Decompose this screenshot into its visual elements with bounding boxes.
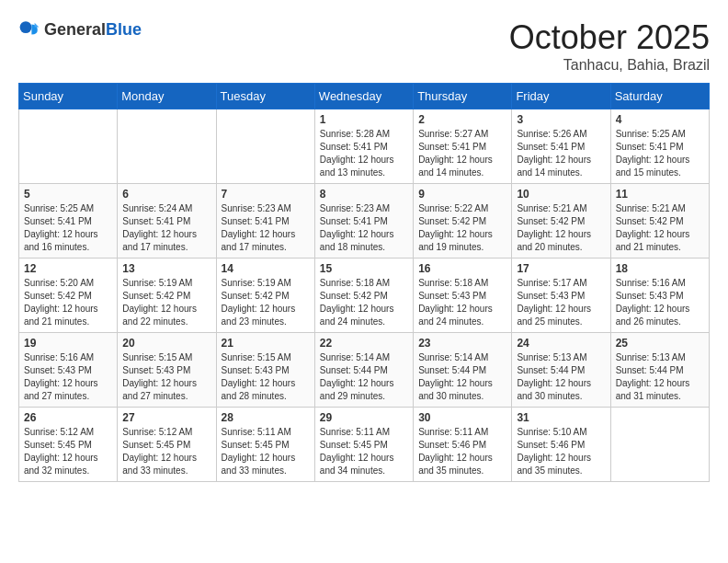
day-number: 22 xyxy=(320,337,408,350)
day-info: Sunrise: 5:18 AM Sunset: 5:43 PM Dayligh… xyxy=(418,277,506,328)
week-row-4: 19Sunrise: 5:16 AM Sunset: 5:43 PM Dayli… xyxy=(19,333,710,408)
day-number: 14 xyxy=(222,262,310,275)
day-info: Sunrise: 5:16 AM Sunset: 5:43 PM Dayligh… xyxy=(24,351,112,403)
day-cell: 12Sunrise: 5:20 AM Sunset: 5:42 PM Dayli… xyxy=(19,259,118,333)
day-cell: 17Sunrise: 5:17 AM Sunset: 5:43 PM Dayli… xyxy=(512,259,610,333)
day-header-thursday: Thursday xyxy=(414,84,512,109)
day-info: Sunrise: 5:11 AM Sunset: 5:45 PM Dayligh… xyxy=(320,426,408,477)
day-number: 28 xyxy=(222,411,310,424)
day-info: Sunrise: 5:25 AM Sunset: 5:41 PM Dayligh… xyxy=(616,128,704,179)
location-title: Tanhacu, Bahia, Brazil xyxy=(509,57,710,74)
svg-point-0 xyxy=(20,21,32,33)
week-row-5: 26Sunrise: 5:12 AM Sunset: 5:45 PM Dayli… xyxy=(19,408,710,482)
day-number: 21 xyxy=(222,337,310,350)
day-info: Sunrise: 5:16 AM Sunset: 5:43 PM Dayligh… xyxy=(616,277,704,328)
day-number: 19 xyxy=(24,337,112,350)
day-cell: 10Sunrise: 5:21 AM Sunset: 5:42 PM Dayli… xyxy=(512,184,610,259)
day-number: 24 xyxy=(517,337,605,350)
day-number: 26 xyxy=(24,411,112,424)
day-header-sunday: Sunday xyxy=(19,84,118,109)
day-info: Sunrise: 5:28 AM Sunset: 5:41 PM Dayligh… xyxy=(320,128,408,179)
day-info: Sunrise: 5:14 AM Sunset: 5:44 PM Dayligh… xyxy=(320,351,408,403)
day-cell: 11Sunrise: 5:21 AM Sunset: 5:42 PM Dayli… xyxy=(610,184,709,259)
day-cell: 2Sunrise: 5:27 AM Sunset: 5:41 PM Daylig… xyxy=(414,109,512,184)
day-number: 25 xyxy=(616,337,704,350)
day-number: 1 xyxy=(320,113,408,126)
day-cell: 5Sunrise: 5:25 AM Sunset: 5:41 PM Daylig… xyxy=(19,184,118,259)
day-number: 5 xyxy=(24,188,112,201)
day-number: 29 xyxy=(320,411,408,424)
day-cell: 16Sunrise: 5:18 AM Sunset: 5:43 PM Dayli… xyxy=(414,259,512,333)
day-header-wednesday: Wednesday xyxy=(314,84,413,109)
day-number: 7 xyxy=(222,188,310,201)
day-number: 16 xyxy=(418,262,506,275)
day-info: Sunrise: 5:27 AM Sunset: 5:41 PM Dayligh… xyxy=(418,128,506,179)
day-info: Sunrise: 5:23 AM Sunset: 5:41 PM Dayligh… xyxy=(320,202,408,254)
day-header-saturday: Saturday xyxy=(610,84,709,109)
day-header-friday: Friday xyxy=(512,84,610,109)
day-info: Sunrise: 5:23 AM Sunset: 5:41 PM Dayligh… xyxy=(222,202,310,254)
day-info: Sunrise: 5:11 AM Sunset: 5:45 PM Dayligh… xyxy=(222,426,310,477)
day-cell: 28Sunrise: 5:11 AM Sunset: 5:45 PM Dayli… xyxy=(216,408,314,482)
day-info: Sunrise: 5:15 AM Sunset: 5:43 PM Dayligh… xyxy=(122,351,210,403)
day-info: Sunrise: 5:25 AM Sunset: 5:41 PM Dayligh… xyxy=(24,202,112,254)
day-number: 15 xyxy=(320,262,408,275)
day-info: Sunrise: 5:15 AM Sunset: 5:43 PM Dayligh… xyxy=(222,351,310,403)
day-info: Sunrise: 5:19 AM Sunset: 5:42 PM Dayligh… xyxy=(122,277,210,328)
logo-text: GeneralBlue xyxy=(44,20,142,40)
logo-general: General xyxy=(44,20,106,39)
day-info: Sunrise: 5:12 AM Sunset: 5:45 PM Dayligh… xyxy=(122,426,210,477)
day-cell: 22Sunrise: 5:14 AM Sunset: 5:44 PM Dayli… xyxy=(314,333,413,408)
day-number: 27 xyxy=(122,411,210,424)
day-cell: 31Sunrise: 5:10 AM Sunset: 5:46 PM Dayli… xyxy=(512,408,610,482)
page-header: GeneralBlue October 2025 Tanhacu, Bahia,… xyxy=(18,18,710,74)
day-cell xyxy=(19,109,118,184)
day-header-tuesday: Tuesday xyxy=(216,84,314,109)
day-number: 18 xyxy=(616,262,704,275)
day-number: 10 xyxy=(517,188,605,201)
day-cell: 24Sunrise: 5:13 AM Sunset: 5:44 PM Dayli… xyxy=(512,333,610,408)
day-number: 6 xyxy=(122,188,210,201)
day-cell: 7Sunrise: 5:23 AM Sunset: 5:41 PM Daylig… xyxy=(216,184,314,259)
day-number: 4 xyxy=(616,113,704,126)
day-info: Sunrise: 5:21 AM Sunset: 5:42 PM Dayligh… xyxy=(616,202,704,254)
day-cell: 26Sunrise: 5:12 AM Sunset: 5:45 PM Dayli… xyxy=(19,408,118,482)
day-cell: 21Sunrise: 5:15 AM Sunset: 5:43 PM Dayli… xyxy=(216,333,314,408)
day-cell: 9Sunrise: 5:22 AM Sunset: 5:42 PM Daylig… xyxy=(414,184,512,259)
logo-icon xyxy=(18,18,40,40)
day-info: Sunrise: 5:10 AM Sunset: 5:46 PM Dayligh… xyxy=(517,426,605,477)
day-number: 9 xyxy=(418,188,506,201)
month-title: October 2025 xyxy=(509,18,710,57)
day-cell: 23Sunrise: 5:14 AM Sunset: 5:44 PM Dayli… xyxy=(414,333,512,408)
week-row-2: 5Sunrise: 5:25 AM Sunset: 5:41 PM Daylig… xyxy=(19,184,710,259)
day-cell: 25Sunrise: 5:13 AM Sunset: 5:44 PM Dayli… xyxy=(610,333,709,408)
day-number: 20 xyxy=(122,337,210,350)
logo-blue: Blue xyxy=(106,20,142,39)
day-cell xyxy=(118,109,216,184)
day-cell: 6Sunrise: 5:24 AM Sunset: 5:41 PM Daylig… xyxy=(118,184,216,259)
day-cell: 14Sunrise: 5:19 AM Sunset: 5:42 PM Dayli… xyxy=(216,259,314,333)
day-info: Sunrise: 5:12 AM Sunset: 5:45 PM Dayligh… xyxy=(24,426,112,477)
day-cell xyxy=(610,408,709,482)
day-info: Sunrise: 5:22 AM Sunset: 5:42 PM Dayligh… xyxy=(418,202,506,254)
day-number: 3 xyxy=(517,113,605,126)
day-cell: 30Sunrise: 5:11 AM Sunset: 5:46 PM Dayli… xyxy=(414,408,512,482)
day-number: 31 xyxy=(517,411,605,424)
day-cell: 20Sunrise: 5:15 AM Sunset: 5:43 PM Dayli… xyxy=(118,333,216,408)
day-number: 13 xyxy=(122,262,210,275)
day-info: Sunrise: 5:19 AM Sunset: 5:42 PM Dayligh… xyxy=(222,277,310,328)
day-cell: 18Sunrise: 5:16 AM Sunset: 5:43 PM Dayli… xyxy=(610,259,709,333)
day-number: 8 xyxy=(320,188,408,201)
day-info: Sunrise: 5:13 AM Sunset: 5:44 PM Dayligh… xyxy=(616,351,704,403)
calendar-table: SundayMondayTuesdayWednesdayThursdayFrid… xyxy=(18,83,710,482)
day-cell: 4Sunrise: 5:25 AM Sunset: 5:41 PM Daylig… xyxy=(610,109,709,184)
day-cell: 3Sunrise: 5:26 AM Sunset: 5:41 PM Daylig… xyxy=(512,109,610,184)
week-row-3: 12Sunrise: 5:20 AM Sunset: 5:42 PM Dayli… xyxy=(19,259,710,333)
week-row-1: 1Sunrise: 5:28 AM Sunset: 5:41 PM Daylig… xyxy=(19,109,710,184)
day-info: Sunrise: 5:17 AM Sunset: 5:43 PM Dayligh… xyxy=(517,277,605,328)
title-area: October 2025 Tanhacu, Bahia, Brazil xyxy=(509,18,710,74)
day-info: Sunrise: 5:13 AM Sunset: 5:44 PM Dayligh… xyxy=(517,351,605,403)
day-info: Sunrise: 5:24 AM Sunset: 5:41 PM Dayligh… xyxy=(122,202,210,254)
day-info: Sunrise: 5:18 AM Sunset: 5:42 PM Dayligh… xyxy=(320,277,408,328)
day-info: Sunrise: 5:11 AM Sunset: 5:46 PM Dayligh… xyxy=(418,426,506,477)
